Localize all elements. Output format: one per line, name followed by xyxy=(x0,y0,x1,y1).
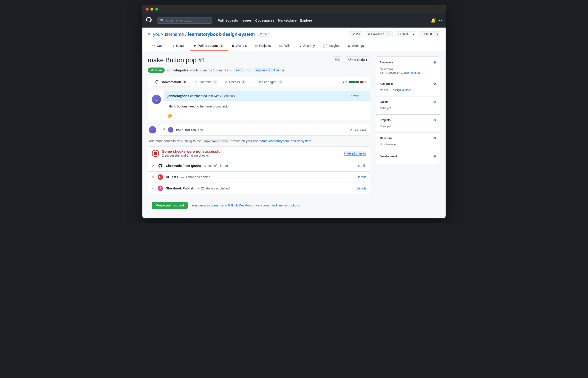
info-text: Add more commits by pushing to the impro… xyxy=(148,139,370,143)
pin-button[interactable]: 📌 Pin xyxy=(349,31,363,37)
pr-number: #1 xyxy=(198,56,205,64)
github-desktop-link[interactable]: open this in GitHub Desktop xyxy=(211,203,251,207)
pr-title-row: make Button pop #1 Edit </> ◇ Code ▾ xyxy=(148,56,370,64)
checks-icon: ✓ xyxy=(225,80,228,84)
info-repo-link[interactable]: your-username/learnstorybook-design-syst… xyxy=(246,139,312,143)
unwatch-button[interactable]: 👁 Unwatch 1 xyxy=(365,31,387,37)
search-box[interactable]: 🔍 Search or jump to... / xyxy=(157,17,212,24)
files-count: 1 xyxy=(278,80,283,84)
commits-count: 1 xyxy=(213,80,218,84)
conversation-count: 0 xyxy=(182,80,187,84)
hide-all-checks-button[interactable]: Hide all checks xyxy=(344,151,366,156)
labels-gear-icon[interactable]: ⚙ xyxy=(433,100,436,104)
nav-marketplace[interactable]: Marketplace xyxy=(278,19,297,22)
reviewers-gear-icon[interactable]: ⚙ xyxy=(433,61,436,64)
nav-issues[interactable]: ○ Issues xyxy=(169,41,189,51)
tab-commits[interactable]: ⟳ Commits 1 xyxy=(191,77,221,87)
reviewers-subtext: Still in progress? Convert to draft xyxy=(376,71,440,74)
commit-title: make Button pop xyxy=(176,128,203,132)
fullscreen-button[interactable] xyxy=(155,8,158,11)
commit-box: ⑂ make Button pop ✕ 107be20 xyxy=(159,124,370,135)
check-app-icon-1 xyxy=(158,163,163,169)
commit-hash[interactable]: 107be20 xyxy=(355,128,366,131)
merge-pull-request-button[interactable]: Merge pull request xyxy=(152,202,188,209)
commit-right: ✕ 107be20 xyxy=(350,128,366,132)
security-icon: 🛡 xyxy=(299,44,302,48)
nav-projects[interactable]: ⊞ Projects xyxy=(251,41,274,51)
comment-avatar-wrapper: J xyxy=(148,91,164,120)
code-button[interactable]: </> ◇ Code ▾ xyxy=(345,56,370,63)
copy-branch-icon[interactable]: ⎘ xyxy=(282,68,284,72)
tab-conversation[interactable]: 💬 Conversation 0 xyxy=(151,77,191,87)
nav-code[interactable]: <> Code xyxy=(148,41,168,51)
check-details-3[interactable]: Details xyxy=(356,187,366,190)
check-details-2[interactable]: Details xyxy=(356,175,366,179)
notifications-button[interactable]: 🔔 xyxy=(431,18,436,23)
unwatch-button-group: 👁 Unwatch 1 ▾ xyxy=(365,31,393,37)
nav-explore[interactable]: Explore xyxy=(300,19,312,22)
unwatch-dropdown[interactable]: ▾ xyxy=(387,31,393,37)
projects-gear-icon[interactable]: ⚙ xyxy=(433,118,436,122)
repo-path: ⊟ your-username / learnstorybook-design-… xyxy=(148,32,270,37)
merge-section: Merge pull request You can also open thi… xyxy=(148,198,370,213)
repo-separator: / xyxy=(185,32,187,37)
nav-codespaces[interactable]: Codespaces xyxy=(255,19,274,22)
nav-insights[interactable]: 📈 Insights xyxy=(319,41,343,51)
repo-owner-link[interactable]: your-username xyxy=(153,32,184,37)
pr-title: make Button pop #1 xyxy=(148,56,205,64)
fork-button[interactable]: ⑂ Fork 0 xyxy=(395,31,411,37)
checks-fail-title: Some checks were not successful xyxy=(162,149,222,154)
base-branch[interactable]: main xyxy=(234,68,244,72)
emoji-reaction-button[interactable]: 😊 xyxy=(167,114,172,118)
assignees-gear-icon[interactable]: ⚙ xyxy=(433,82,436,86)
assign-yourself-link[interactable]: assign yourself xyxy=(393,88,411,92)
pr-status-row: ⇌ Open jonniebigodes wants to merge 1 co… xyxy=(148,68,370,73)
convert-to-draft-link[interactable]: Convert to draft xyxy=(401,71,420,74)
commit-avatar xyxy=(149,126,156,134)
fork-dropdown[interactable]: ▾ xyxy=(411,31,416,37)
pr-author[interactable]: jonniebigodes xyxy=(166,68,188,72)
checks-status-icon xyxy=(152,150,159,157)
comment-more-button[interactable]: ··· xyxy=(363,94,366,98)
github-logo[interactable] xyxy=(146,17,151,24)
cli-instructions-link[interactable]: command line instructions xyxy=(263,203,300,207)
nav-settings[interactable]: ⚙ Settings xyxy=(344,41,368,51)
nav-pull-requests[interactable]: ⇌ Pull requests 1 xyxy=(190,41,228,51)
sidebar-labels-label: Labels xyxy=(380,100,388,104)
comment-header: jonniebigodes commented last week • edit… xyxy=(164,91,370,101)
milestone-gear-icon[interactable]: ⚙ xyxy=(433,136,436,140)
star-dropdown[interactable]: ▾ xyxy=(435,31,440,37)
comment-edited-dropdown[interactable]: ▾ xyxy=(234,94,235,98)
check-item-storybook: ✓ S Storybook Publish — 21 stories publi… xyxy=(148,183,370,194)
comment-meta: jonniebigodes commented last week • edit… xyxy=(167,94,235,98)
nav-issues[interactable]: Issues xyxy=(242,19,252,22)
conversation-icon: 💬 xyxy=(155,80,159,84)
check-desc-3: — 21 stories published. xyxy=(197,187,231,190)
nav-wiki[interactable]: 📖 Wiki xyxy=(275,41,294,51)
nav-security[interactable]: 🛡 Security xyxy=(295,41,319,51)
tab-files-changed[interactable]: □ Files changed 1 xyxy=(249,77,286,87)
development-gear-icon[interactable]: ⚙ xyxy=(433,155,436,158)
check-desc-2: — 3 changes denied. xyxy=(181,175,211,179)
main-content: make Button pop #1 Edit </> ◇ Code ▾ ⇌ O… xyxy=(142,51,446,218)
sidebar-projects: Projects ⚙ None yet xyxy=(376,115,440,133)
create-new-button[interactable]: +▾ xyxy=(438,19,442,22)
search-kbd: / xyxy=(206,19,209,22)
head-branch[interactable]: improve-button xyxy=(254,68,280,72)
nav-pull-requests[interactable]: Pull requests xyxy=(218,19,238,22)
commit-row-wrapper: ⑂ make Button pop ✕ 107be20 xyxy=(148,124,370,135)
minimize-button[interactable] xyxy=(150,8,153,11)
nav-actions[interactable]: ▶ Actions xyxy=(229,41,250,51)
sidebar-labels-header: Labels ⚙ xyxy=(376,100,440,106)
edit-button[interactable]: Edit xyxy=(332,56,343,63)
star-button[interactable]: ☆ Star 0 xyxy=(418,31,435,37)
tab-checks[interactable]: ✓ Checks 1 xyxy=(221,77,249,87)
check-fail-icon-2: ✕ xyxy=(152,175,155,179)
close-button[interactable] xyxy=(146,8,149,11)
repo-name-link[interactable]: learnstorybook-design-system xyxy=(188,32,255,37)
titlebar xyxy=(142,5,446,13)
checks-count: 1 xyxy=(241,80,246,84)
check-details-1[interactable]: Details xyxy=(356,164,366,168)
issues-icon: ○ xyxy=(173,44,175,48)
comment-author[interactable]: jonniebigodes xyxy=(167,94,189,98)
